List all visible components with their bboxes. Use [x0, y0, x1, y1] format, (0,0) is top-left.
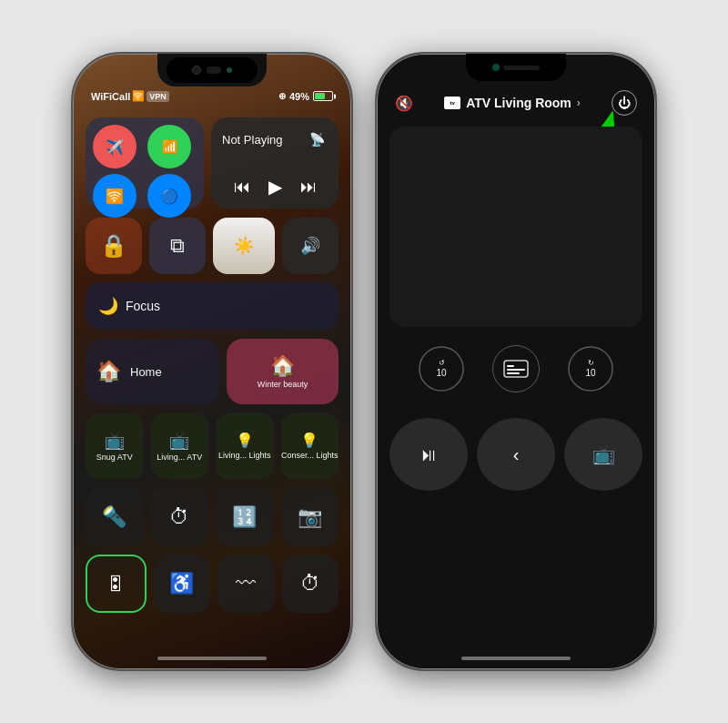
calculator-btn[interactable]: 🔢: [216, 488, 274, 546]
vpn-badge: VPN: [147, 91, 169, 102]
focus-label: Focus: [126, 299, 160, 313]
bluetooth-btn[interactable]: 🔵: [147, 174, 191, 218]
front-camera: [192, 66, 201, 75]
atv-icon-1: 📺: [105, 431, 125, 451]
row-tools: 🔦 ⏱ 🔢 📷: [86, 488, 339, 548]
living-atv-item[interactable]: 📺 Living... ATV: [151, 413, 209, 479]
carrier-label: WiFiCall: [91, 91, 130, 102]
not-playing-label: Not Playing: [222, 133, 282, 147]
flashlight-btn[interactable]: 🔦: [86, 488, 144, 546]
conser-lights-label: Conser... Lights: [281, 451, 339, 460]
timer-btn[interactable]: ⏱: [151, 488, 209, 546]
media-controls: ⏮ ▶ ⏭: [222, 176, 328, 198]
status-right: ⊕ 49%: [278, 91, 333, 102]
winter-label: Winter beauty: [258, 380, 308, 389]
atv-back-btn[interactable]: ‹: [477, 418, 555, 491]
atv-header: 🔇 tv ATV Living Room › ⏻: [377, 90, 655, 116]
left-phone: WiFiCall 🛜 VPN ⊕ 49% ✈️ 📶 🛜 🔵 Not Playi: [71, 52, 353, 671]
battery-pct: 49%: [289, 91, 309, 102]
right-home-indicator: [461, 657, 571, 660]
atv-header-center[interactable]: tv ATV Living Room ›: [444, 96, 581, 110]
brightness-slider[interactable]: ☀️: [213, 218, 275, 274]
status-left: WiFiCall 🛜 VPN: [91, 90, 169, 102]
skip-fwd-btn[interactable]: ↻ 10: [567, 345, 614, 392]
top-camera-dot: [492, 64, 500, 71]
sound-recognition-btn[interactable]: 〰: [217, 555, 275, 613]
wifi-btn[interactable]: 🛜: [93, 174, 136, 218]
screen-lock-btn[interactable]: 🔒: [86, 218, 142, 274]
accessibility-btn[interactable]: ♿: [154, 555, 211, 613]
row-screen-controls: 🔒 ⧉ ☀️ 🔊: [86, 218, 339, 276]
connectivity-block: ✈️ 📶 🛜 🔵: [86, 117, 204, 209]
atv-icon-2: 📺: [169, 431, 189, 451]
living-lights-label: Living... Lights: [218, 451, 271, 460]
wifi-label: 🛜: [132, 90, 145, 102]
dynamic-island: [157, 54, 267, 87]
right-phone: 🔇 tv ATV Living Room › ⏻ ↺ 10: [375, 52, 657, 671]
play-pause-btn[interactable]: ▶: [268, 176, 282, 198]
svg-text:10: 10: [436, 368, 447, 378]
next-track-btn[interactable]: ⏭: [300, 178, 317, 197]
atv-content-area: [389, 127, 642, 327]
focus-btn[interactable]: 🌙 Focus: [86, 282, 339, 330]
top-bar: [466, 54, 566, 81]
battery-icon: [313, 91, 333, 101]
volume-slider[interactable]: 🔊: [282, 218, 339, 274]
svg-rect-6: [507, 365, 514, 367]
top-sensor: [503, 66, 540, 70]
media-top-row: Not Playing 📡: [222, 128, 328, 150]
row-more-tools: 🎛 ♿ 〰 ⏱: [86, 555, 339, 615]
power-btn[interactable]: ⏻: [612, 90, 637, 116]
svg-text:↻: ↻: [588, 359, 594, 367]
camera-btn[interactable]: 📷: [281, 488, 339, 546]
svg-text:↺: ↺: [439, 359, 445, 367]
winter-beauty-block[interactable]: 🏠 Winter beauty: [227, 339, 339, 404]
lights-icon-2: 💡: [300, 432, 318, 449]
mute-icon[interactable]: 🔇: [395, 95, 413, 112]
airplane-mode-btn[interactable]: ✈️: [93, 125, 136, 168]
svg-rect-8: [507, 372, 520, 374]
row-connectivity-media: ✈️ 📶 🛜 🔵 Not Playing 📡 ⏮ ▶ ⏭: [86, 117, 339, 210]
face-id-sensor: [207, 66, 221, 74]
svg-rect-7: [507, 369, 525, 371]
control-center-grid: ✈️ 📶 🛜 🔵 Not Playing 📡 ⏮ ▶ ⏭ 🔒 ⧉: [86, 117, 339, 615]
living-lights-item[interactable]: 💡 Living... Lights: [216, 413, 274, 479]
screen-mirror-btn[interactable]: ⧉: [149, 218, 206, 274]
status-bar: WiFiCall 🛜 VPN ⊕ 49%: [73, 90, 351, 102]
snug-atv-item[interactable]: 📺 Snug ATV: [86, 413, 144, 479]
atv-tv-btn[interactable]: 📺: [564, 418, 642, 491]
skip-back-btn[interactable]: ↺ 10: [418, 345, 465, 392]
chevron-right-icon: ›: [577, 97, 581, 109]
winter-icon: 🏠: [270, 354, 295, 378]
row-home-shortcuts: 🏠 Home 🏠 Winter beauty: [86, 339, 339, 406]
home-block[interactable]: 🏠 Home: [86, 339, 219, 404]
lights-icon-1: 💡: [236, 432, 254, 449]
cellular-btn[interactable]: 📶: [147, 125, 191, 168]
subtitle-btn[interactable]: [492, 345, 540, 392]
remote-btn[interactable]: 🎛: [86, 555, 147, 613]
location-icon: ⊕: [278, 91, 286, 101]
battery-fill: [315, 93, 325, 99]
living-atv-label: Living... ATV: [157, 453, 202, 462]
snug-atv-label: Snug ATV: [96, 453, 133, 462]
svg-text:10: 10: [585, 368, 596, 378]
media-player-block: Not Playing 📡 ⏮ ▶ ⏭: [211, 117, 339, 209]
airplay-btn[interactable]: 📡: [306, 128, 328, 150]
row-focus: 🌙 Focus: [86, 282, 339, 331]
home-label: Home: [130, 365, 162, 379]
conser-lights-item[interactable]: 💡 Conser... Lights: [281, 413, 339, 479]
atv-play-pause-btn[interactable]: ⏯: [389, 418, 468, 491]
atv-grid: 📺 Snug ATV 📺 Living... ATV 💡 Living... L…: [86, 413, 339, 481]
status-dot: [227, 67, 232, 73]
dynamic-island-inner: [167, 57, 258, 83]
atv-device-name: ATV Living Room: [466, 96, 571, 110]
stopwatch-btn[interactable]: ⏱: [282, 555, 339, 613]
apple-tv-logo: tv: [444, 97, 460, 109]
prev-track-btn[interactable]: ⏮: [234, 178, 250, 197]
moon-icon: 🌙: [98, 296, 118, 316]
home-icon: 🏠: [96, 360, 121, 383]
atv-controls-row: ↺ 10 ↻ 10: [377, 345, 655, 392]
atv-main-btns: ⏯ ‹ 📺: [389, 418, 642, 491]
home-indicator: [157, 657, 267, 660]
